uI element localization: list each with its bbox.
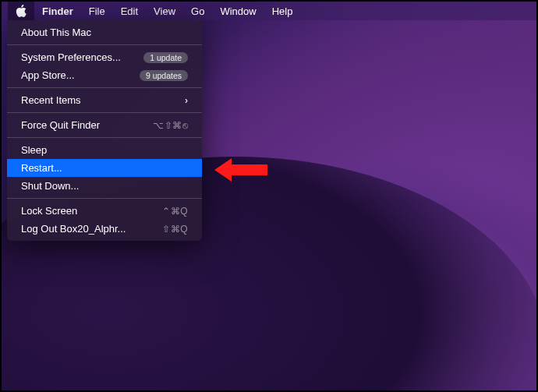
menu-label: Force Quit Finder: [21, 119, 100, 131]
menubar-file[interactable]: File: [81, 2, 113, 20]
menu-label: System Preferences...: [21, 51, 121, 63]
keyboard-shortcut: ⌥⇧⌘⎋: [153, 120, 188, 131]
menu-separator: [7, 44, 202, 45]
menu-label: Restart...: [21, 162, 62, 174]
menu-sleep[interactable]: Sleep: [7, 141, 202, 159]
menu-separator: [7, 137, 202, 138]
apple-menu-dropdown: About This Mac System Preferences... 1 u…: [7, 20, 202, 241]
menu-label: Log Out Box20_Alphr...: [21, 223, 126, 235]
arrow-icon: [214, 156, 269, 184]
menu-restart[interactable]: Restart...: [7, 159, 202, 177]
annotation-arrow: [214, 156, 269, 187]
menubar-finder[interactable]: Finder: [34, 2, 81, 20]
chevron-right-icon: ›: [185, 95, 188, 106]
menu-label: About This Mac: [21, 26, 91, 38]
keyboard-shortcut: ⇧⌘Q: [162, 224, 188, 235]
apple-logo-icon: [16, 5, 27, 17]
menu-label: Recent Items: [21, 94, 81, 106]
menu-label: Sleep: [21, 144, 47, 156]
menubar-view[interactable]: View: [146, 2, 183, 20]
menu-log-out[interactable]: Log Out Box20_Alphr... ⇧⌘Q: [7, 220, 202, 238]
menubar-window[interactable]: Window: [212, 2, 264, 20]
menu-app-store[interactable]: App Store... 9 updates: [7, 66, 202, 84]
apple-menu[interactable]: [8, 2, 34, 20]
menubar-go[interactable]: Go: [183, 2, 212, 20]
menu-separator: [7, 198, 202, 199]
menu-shut-down[interactable]: Shut Down...: [7, 177, 202, 195]
menu-recent-items[interactable]: Recent Items ›: [7, 91, 202, 109]
menu-lock-screen[interactable]: Lock Screen ⌃⌘Q: [7, 202, 202, 220]
update-badge: 9 updates: [140, 70, 188, 81]
update-badge: 1 update: [143, 52, 188, 63]
menu-label: Lock Screen: [21, 205, 77, 217]
menubar: Finder File Edit View Go Window Help: [2, 2, 536, 20]
menu-separator: [7, 112, 202, 113]
menu-label: Shut Down...: [21, 180, 79, 192]
menubar-edit[interactable]: Edit: [113, 2, 146, 20]
menu-label: App Store...: [21, 69, 75, 81]
menubar-help[interactable]: Help: [264, 2, 301, 20]
menu-about-this-mac[interactable]: About This Mac: [7, 23, 202, 41]
menu-system-preferences[interactable]: System Preferences... 1 update: [7, 48, 202, 66]
menu-force-quit[interactable]: Force Quit Finder ⌥⇧⌘⎋: [7, 116, 202, 134]
menu-separator: [7, 87, 202, 88]
keyboard-shortcut: ⌃⌘Q: [162, 206, 188, 217]
